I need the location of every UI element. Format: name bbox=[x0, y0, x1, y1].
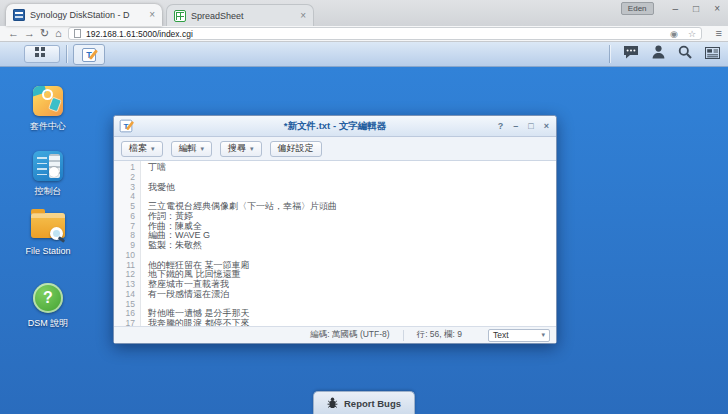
package-center-icon bbox=[33, 86, 63, 116]
desktop-icon-dsm-help[interactable]: ? DSM 說明 bbox=[8, 283, 88, 330]
chevron-down-icon: ▾ bbox=[151, 145, 155, 153]
window-close-icon[interactable]: × bbox=[714, 3, 720, 14]
spreadsheet-favicon-icon bbox=[174, 10, 186, 22]
extension-icon[interactable]: ◉ bbox=[670, 29, 678, 39]
preferences-button[interactable]: 偏好設定 bbox=[270, 141, 322, 157]
desktop-icon-label: 套件中心 bbox=[8, 120, 88, 133]
text-line: 作詞：黃婷 bbox=[148, 212, 556, 222]
text-line: 丁噹 bbox=[148, 163, 556, 173]
bookmark-star-icon[interactable]: ☆ bbox=[688, 29, 696, 39]
tab-close-icon[interactable]: × bbox=[149, 10, 155, 20]
desktop-icon-file-station[interactable]: File Station bbox=[8, 213, 88, 256]
search-icon bbox=[678, 45, 692, 59]
chrome-profile-badge[interactable]: Eden bbox=[621, 2, 654, 15]
line-number-gutter: 123456789101112131415161718 bbox=[114, 161, 141, 326]
editor-text-area[interactable]: 丁噹 我愛他 三立電視台經典偶像劇〈下一站，幸福〉片頭曲作詞：黃婷作曲：陳威全編… bbox=[141, 161, 556, 326]
home-icon[interactable]: ⌂ bbox=[55, 26, 62, 41]
notifications-button[interactable] bbox=[623, 45, 639, 63]
text-line: 我愛他 bbox=[148, 183, 556, 193]
pilot-view-button[interactable] bbox=[705, 45, 720, 63]
back-icon[interactable]: ← bbox=[8, 26, 19, 41]
text-editor-icon: T bbox=[82, 48, 96, 62]
text-line: 編曲：WAVE G bbox=[148, 231, 556, 241]
page-icon bbox=[74, 29, 81, 38]
report-bugs-label: Report Bugs bbox=[344, 398, 401, 409]
chevron-down-icon: ▾ bbox=[541, 331, 545, 339]
file-station-icon bbox=[31, 213, 65, 238]
main-menu-grid-icon bbox=[35, 47, 39, 51]
address-bar[interactable]: 192.168.1.61:5000/index.cgi ◉ ☆ bbox=[68, 27, 702, 40]
tab-title: Synology DiskStation - D bbox=[30, 10, 145, 20]
chevron-down-icon: ▾ bbox=[250, 145, 254, 153]
text-line: 我奔騰的眼淚 都停不下來 bbox=[148, 319, 556, 326]
syntax-select-value: Text bbox=[493, 330, 509, 340]
desktop-icon-control-panel[interactable]: 控制台 bbox=[8, 151, 88, 198]
menu-label: 檔案 bbox=[129, 142, 147, 155]
widgets-icon bbox=[705, 47, 720, 59]
line-number: 17 bbox=[114, 319, 135, 326]
window-maximize-icon[interactable]: □ bbox=[528, 121, 533, 131]
url-text[interactable]: 192.168.1.61:5000/index.cgi bbox=[86, 29, 193, 39]
menu-label: 偏好設定 bbox=[278, 142, 314, 155]
chat-bubble-icon bbox=[623, 45, 639, 59]
search-menu-button[interactable]: 搜尋 ▾ bbox=[220, 141, 262, 157]
window-maximize-icon[interactable]: □ bbox=[693, 3, 699, 14]
desktop-icon-label: DSM 說明 bbox=[8, 317, 88, 330]
window-titlebar[interactable]: T *新文件.txt - 文字編輯器 ? – □ × bbox=[114, 116, 556, 137]
user-options-button[interactable] bbox=[652, 45, 665, 63]
editor-statusbar: 編碼: 萬國碼 (UTF-8) 行: 56, 欄: 9 Text ▾ bbox=[114, 326, 556, 343]
text-line: 監製：朱敬然 bbox=[148, 241, 556, 251]
window-close-icon[interactable]: × bbox=[544, 121, 549, 131]
window-minimize-icon[interactable]: – bbox=[673, 3, 679, 14]
main-menu-button[interactable] bbox=[24, 45, 60, 63]
tab-title: SpreadSheet bbox=[191, 11, 296, 21]
window-title: *新文件.txt - 文字編輯器 bbox=[114, 120, 556, 133]
taskbar-divider bbox=[66, 45, 67, 63]
text-line: 三立電視台經典偶像劇〈下一站，幸福〉片頭曲 bbox=[148, 202, 556, 212]
text-line: 有一段感情還在漂泊 bbox=[148, 290, 556, 300]
taskbar-divider bbox=[609, 45, 610, 63]
dsm-desktop: 套件中心 控制台 File Station ? DSM 說明 T *新文件.tx… bbox=[0, 67, 728, 414]
editor-toolbar: 檔案 ▾ 編輯 ▾ 搜尋 ▾ 偏好設定 bbox=[114, 137, 556, 161]
edit-menu-button[interactable]: 編輯 ▾ bbox=[171, 141, 213, 157]
browser-tab-dsm[interactable]: Synology DiskStation - D × bbox=[6, 4, 162, 26]
window-minimize-icon[interactable]: – bbox=[513, 121, 518, 131]
cursor-position-status: 行: 56, 欄: 9 bbox=[404, 329, 475, 341]
text-editor-icon: T bbox=[120, 120, 133, 133]
browser-navbar: ← → ↻ ⌂ 192.168.1.61:5000/index.cgi ◉ ☆ … bbox=[0, 26, 728, 42]
browser-tab-spreadsheet[interactable]: SpreadSheet × bbox=[166, 4, 314, 26]
synology-favicon-icon bbox=[13, 9, 25, 21]
dsm-taskbar: T bbox=[0, 42, 728, 67]
person-icon bbox=[652, 45, 665, 59]
help-question-icon: ? bbox=[33, 283, 63, 313]
desktop-icon-package-center[interactable]: 套件中心 bbox=[8, 86, 88, 133]
desktop-icon-label: 控制台 bbox=[8, 185, 88, 198]
bug-icon bbox=[327, 397, 338, 409]
chrome-menu-icon[interactable]: ≡ bbox=[716, 26, 722, 41]
menu-label: 搜尋 bbox=[228, 142, 246, 155]
text-editor-window: T *新文件.txt - 文字編輯器 ? – □ × 檔案 ▾ 編輯 ▾ 搜尋 … bbox=[113, 115, 557, 344]
file-menu-button[interactable]: 檔案 ▾ bbox=[121, 141, 163, 157]
tab-close-icon[interactable]: × bbox=[300, 11, 306, 21]
browser-tab-strip: Synology DiskStation - D × SpreadSheet ×… bbox=[0, 0, 728, 26]
search-button[interactable] bbox=[678, 45, 692, 63]
reload-icon[interactable]: ↻ bbox=[40, 26, 49, 41]
forward-icon[interactable]: → bbox=[24, 26, 35, 41]
desktop-icon-label: File Station bbox=[8, 246, 88, 256]
window-help-icon[interactable]: ? bbox=[498, 121, 504, 131]
taskbar-item-text-editor[interactable]: T bbox=[73, 44, 105, 65]
chevron-down-icon: ▾ bbox=[201, 145, 205, 153]
menu-label: 編輯 bbox=[179, 142, 197, 155]
syntax-select[interactable]: Text ▾ bbox=[488, 329, 550, 342]
report-bugs-button[interactable]: Report Bugs bbox=[313, 391, 415, 414]
text-line bbox=[148, 173, 556, 183]
encoding-status: 編碼: 萬國碼 (UTF-8) bbox=[297, 329, 402, 341]
editor-content[interactable]: 123456789101112131415161718 丁噹 我愛他 三立電視台… bbox=[114, 161, 556, 326]
control-panel-icon bbox=[33, 151, 63, 181]
